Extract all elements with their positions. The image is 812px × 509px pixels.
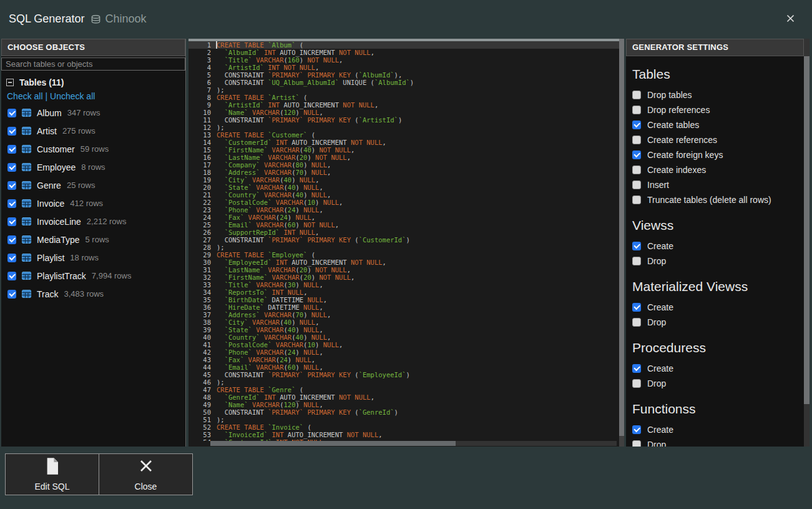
code-line[interactable]: 14 `CustomerId` INT AUTO_INCREMENT NOT N… — [188, 139, 619, 146]
code-line[interactable]: 39 `State` VARCHAR(40) NULL, — [188, 326, 619, 334]
code-line[interactable]: 30 `EmployeeId` INT AUTO_INCREMENT NOT N… — [188, 259, 619, 266]
code-line[interactable]: 52CREATE TABLE `Invoice` ( — [188, 423, 619, 431]
code-line[interactable]: 34 `ReportsTo` INT NULL, — [188, 289, 619, 296]
code-line[interactable]: 19 `City` VARCHAR(40) NULL, — [188, 176, 619, 184]
code-line[interactable]: 23 `Phone` VARCHAR(24) NULL, — [188, 206, 619, 214]
option-checkbox[interactable] — [632, 136, 641, 144]
option-checkbox[interactable] — [632, 166, 641, 174]
code-line[interactable]: 4 `ArtistId` INT NOT NULL, — [188, 64, 619, 71]
code-line[interactable]: 6 CONSTRAINT `UQ_Album_AlbumId` UNIQUE (… — [188, 79, 619, 86]
settings-option[interactable]: Create tables — [626, 117, 804, 132]
code-line[interactable]: 38 `City` VARCHAR(40) NULL, — [188, 319, 619, 326]
option-checkbox[interactable] — [632, 303, 641, 312]
settings-option[interactable]: Create references — [626, 132, 804, 147]
code-line[interactable]: 32 `FirstName` VARCHAR(20) NOT NULL, — [188, 274, 619, 281]
table-checkbox[interactable] — [7, 127, 16, 136]
table-row[interactable]: Invoice412 rows — [1, 194, 185, 212]
table-row[interactable]: Track3,483 rows — [1, 285, 185, 303]
code-line[interactable]: 5 CONSTRAINT `PRIMARY` PRIMARY KEY (`Alb… — [188, 71, 619, 79]
code-line[interactable]: 40 `Country` VARCHAR(40) NULL, — [188, 334, 619, 341]
settings-option[interactable]: Drop — [626, 315, 804, 330]
code-line[interactable]: 8CREATE TABLE `Artist` ( — [188, 94, 619, 101]
code-line[interactable]: 22 `PostalCode` VARCHAR(10) NULL, — [188, 199, 619, 206]
table-checkbox[interactable] — [7, 145, 16, 154]
code-line[interactable]: 51); — [188, 416, 619, 423]
option-checkbox[interactable] — [632, 121, 641, 129]
editor-vertical-scrollbar[interactable] — [619, 39, 624, 447]
sql-code-area[interactable]: 1CREATE TABLE `Album` (2 `AlbumId` INT A… — [188, 41, 619, 441]
settings-option[interactable]: Create indexes — [626, 162, 804, 177]
settings-option[interactable]: Drop references — [626, 102, 804, 117]
code-line[interactable]: 27 CONSTRAINT `PRIMARY` PRIMARY KEY (`Cu… — [188, 236, 619, 244]
option-checkbox[interactable] — [632, 195, 641, 204]
table-row[interactable]: PlaylistTrack7,994 rows — [1, 267, 185, 285]
code-line[interactable]: 48 `GenreId` INT AUTO_INCREMENT NOT NULL… — [188, 393, 619, 401]
code-line[interactable]: 35 `BirthDate` DATETIME NULL, — [188, 296, 619, 304]
code-line[interactable]: 7); — [188, 86, 619, 94]
option-checkbox[interactable] — [632, 91, 641, 99]
code-line[interactable]: 44 `Email` VARCHAR(60) NULL, — [188, 363, 619, 371]
table-row[interactable]: Genre25 rows — [1, 176, 185, 194]
code-line[interactable]: 47CREATE TABLE `Genre` ( — [188, 386, 619, 393]
option-checkbox[interactable] — [632, 379, 641, 388]
code-line[interactable]: 43 `Fax` VARCHAR(24) NULL, — [188, 356, 619, 363]
table-row[interactable]: Artist275 rows — [1, 122, 185, 140]
code-line[interactable]: 53 `InvoiceId` INT AUTO_INCREMENT NOT NU… — [188, 431, 619, 438]
code-line[interactable]: 50 CONSTRAINT `PRIMARY` PRIMARY KEY (`Ge… — [188, 408, 619, 416]
code-line[interactable]: 15 `FirstName` VARCHAR(40) NOT NULL, — [188, 146, 619, 154]
table-row[interactable]: Playlist18 rows — [1, 249, 185, 267]
option-checkbox[interactable] — [632, 106, 641, 114]
code-line[interactable]: 9 `ArtistId` INT AUTO_INCREMENT NOT NULL… — [188, 101, 619, 109]
vertical-scrollbar-thumb[interactable] — [619, 39, 624, 436]
code-line[interactable]: 13CREATE TABLE `Customer` ( — [188, 131, 619, 139]
option-checkbox[interactable] — [632, 151, 641, 159]
table-checkbox[interactable] — [7, 109, 16, 117]
table-checkbox[interactable] — [7, 217, 16, 226]
code-line[interactable]: 36 `HireDate` DATETIME NULL, — [188, 304, 619, 311]
code-line[interactable]: 1CREATE TABLE `Album` ( — [188, 41, 619, 49]
table-row[interactable]: InvoiceLine2,212 rows — [1, 212, 185, 230]
table-checkbox[interactable] — [7, 235, 16, 244]
code-line[interactable]: 46); — [188, 378, 619, 386]
code-line[interactable]: 12); — [188, 124, 619, 131]
table-row[interactable]: MediaType5 rows — [1, 230, 185, 249]
option-checkbox[interactable] — [632, 364, 641, 373]
code-line[interactable]: 37 `Address` VARCHAR(70) NULL, — [188, 311, 619, 319]
table-checkbox[interactable] — [7, 290, 16, 299]
option-checkbox[interactable] — [632, 440, 641, 447]
code-line[interactable]: 11 CONSTRAINT `PRIMARY` PRIMARY KEY (`Ar… — [188, 116, 619, 124]
settings-option[interactable]: Create — [626, 361, 804, 376]
settings-scrollbar[interactable] — [804, 39, 810, 447]
settings-option[interactable]: Create — [626, 239, 804, 254]
code-line[interactable]: 25 `Email` VARCHAR(60) NOT NULL, — [188, 221, 619, 229]
code-line[interactable]: 10 `Name` VARCHAR(120) NULL, — [188, 109, 619, 116]
settings-option[interactable]: Drop — [626, 254, 804, 269]
editor-horizontal-scrollbar[interactable] — [210, 441, 617, 446]
horizontal-scrollbar-thumb[interactable] — [210, 441, 456, 446]
settings-option[interactable]: Create — [626, 300, 804, 315]
code-line[interactable]: 18 `Address` VARCHAR(70) NULL, — [188, 169, 619, 176]
code-line[interactable]: 17 `Company` VARCHAR(80) NULL, — [188, 161, 619, 169]
code-line[interactable]: 2 `AlbumId` INT AUTO_INCREMENT NOT NULL, — [188, 49, 619, 56]
sql-editor[interactable]: 1CREATE TABLE `Album` (2 `AlbumId` INT A… — [188, 39, 619, 447]
option-checkbox[interactable] — [632, 242, 641, 250]
settings-option[interactable]: Create foreign keys — [626, 147, 804, 162]
edit-sql-button[interactable]: Edit SQL — [6, 454, 99, 495]
search-input[interactable] — [1, 57, 185, 71]
option-checkbox[interactable] — [632, 425, 641, 434]
table-row[interactable]: Employee8 rows — [1, 158, 185, 176]
code-line[interactable]: 28); — [188, 244, 619, 251]
settings-option[interactable]: Drop tables — [626, 87, 804, 102]
close-button[interactable]: Close — [99, 454, 192, 495]
option-checkbox[interactable] — [632, 180, 641, 189]
settings-scrollbar-thumb[interactable] — [804, 56, 810, 404]
table-checkbox[interactable] — [7, 181, 16, 190]
window-close-icon[interactable] — [786, 14, 796, 24]
code-line[interactable]: 49 `Name` VARCHAR(120) NULL, — [188, 401, 619, 408]
code-line[interactable]: 3 `Title` VARCHAR(160) NOT NULL, — [188, 56, 619, 64]
tables-tree-node[interactable]: Tables (11) — [6, 77, 185, 87]
code-line[interactable]: 16 `LastName` VARCHAR(20) NOT NULL, — [188, 154, 619, 161]
collapse-icon[interactable] — [6, 79, 14, 86]
table-checkbox[interactable] — [7, 254, 16, 262]
option-checkbox[interactable] — [632, 257, 641, 265]
